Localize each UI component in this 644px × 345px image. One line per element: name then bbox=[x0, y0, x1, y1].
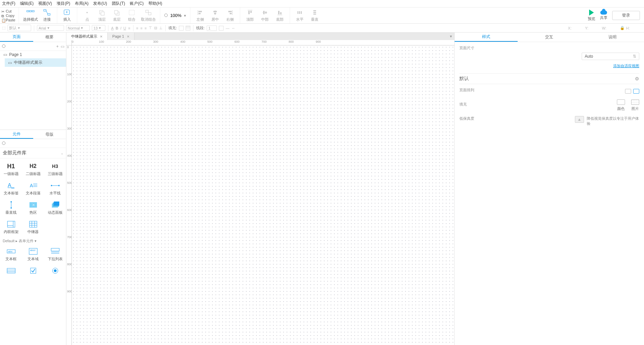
svg-rect-12 bbox=[129, 10, 134, 15]
svg-rect-3 bbox=[44, 9, 46, 11]
align-left-button[interactable]: 左侧 bbox=[194, 9, 206, 22]
paste-button[interactable]: 📋Paste bbox=[1, 18, 17, 22]
svg-rect-0 bbox=[27, 11, 29, 12]
font-weight-select[interactable]: Normal▾ bbox=[66, 25, 90, 31]
zoom-group: ▾ bbox=[160, 7, 190, 23]
align-top-button[interactable]: 顶部 bbox=[244, 9, 256, 22]
svg-rect-1 bbox=[29, 11, 32, 12]
svg-rect-37 bbox=[313, 12, 316, 13]
w-input[interactable] bbox=[608, 26, 619, 30]
main-toolbar: ✂Cut ⧉Copy 📋Paste 选择模式 连接 +插入 点 顶层 底层 组合… bbox=[0, 7, 644, 24]
fill-color-button[interactable] bbox=[179, 26, 184, 31]
svg-rect-20 bbox=[214, 13, 216, 14]
bring-front-button[interactable]: 顶层 bbox=[96, 9, 108, 22]
align-right-button[interactable]: 右侧 bbox=[224, 9, 236, 22]
scissors-icon: ✂ bbox=[1, 9, 5, 13]
style-preset-icon[interactable]: ⬚ bbox=[2, 26, 5, 30]
font-size-input[interactable]: 13▾ bbox=[92, 25, 105, 31]
svg-rect-26 bbox=[250, 11, 252, 13]
cut-button[interactable]: ✂Cut bbox=[1, 9, 17, 13]
line-style-button[interactable]: — bbox=[226, 26, 229, 30]
align-v-group: 顶部 中部 底部 bbox=[240, 7, 290, 23]
x-input[interactable] bbox=[573, 26, 584, 30]
ungroup-button[interactable]: 取消组合 bbox=[141, 9, 156, 22]
line-arrow-button[interactable]: ↔ bbox=[231, 26, 235, 30]
copy-icon: ⧉ bbox=[1, 14, 5, 17]
menu-edit[interactable]: 编辑(E) bbox=[20, 1, 34, 6]
text-align-right-button[interactable]: ≡ bbox=[145, 26, 147, 30]
svg-rect-33 bbox=[297, 11, 298, 14]
menu-team[interactable]: 团队(T) bbox=[112, 1, 125, 6]
menu-publish[interactable]: 发布(U) bbox=[93, 1, 107, 6]
valign-middle-button[interactable]: ⊟ bbox=[154, 26, 157, 30]
front-icon bbox=[98, 9, 106, 16]
y-input[interactable] bbox=[590, 26, 601, 30]
svg-rect-29 bbox=[265, 12, 267, 14]
menu-help[interactable]: 帮助(H) bbox=[148, 1, 162, 6]
insert-button[interactable]: +插入 bbox=[61, 9, 73, 22]
login-button[interactable]: 登录 bbox=[612, 11, 640, 20]
svg-rect-19 bbox=[213, 11, 217, 12]
svg-rect-14 bbox=[148, 13, 151, 15]
zoom-dropdown-icon[interactable]: ▾ bbox=[184, 13, 186, 18]
back-icon bbox=[113, 9, 121, 16]
select-group: 选择模式 连接 bbox=[19, 7, 57, 23]
bold-button[interactable]: B bbox=[116, 26, 118, 30]
italic-button[interactable]: I bbox=[120, 26, 121, 30]
svg-rect-17 bbox=[199, 13, 201, 14]
svg-rect-32 bbox=[280, 12, 282, 14]
line-width-input[interactable]: 1 bbox=[207, 25, 217, 31]
font-color-button[interactable]: A bbox=[111, 26, 113, 30]
line-label: 线段: bbox=[196, 25, 205, 31]
valign-bottom-button[interactable]: ⊥ bbox=[159, 26, 163, 30]
dist-v-button[interactable]: 垂直 bbox=[309, 9, 320, 22]
group-button[interactable]: 组合 bbox=[126, 9, 138, 22]
menu-file[interactable]: 文件(F) bbox=[2, 1, 15, 6]
point-button[interactable]: 点 bbox=[81, 9, 93, 22]
select-mode-button[interactable]: 选择模式 bbox=[23, 9, 38, 22]
share-button[interactable]: 共享 bbox=[600, 11, 607, 20]
h-input[interactable] bbox=[631, 26, 642, 30]
play-icon bbox=[589, 9, 594, 16]
distribute-group: 水平 垂直 bbox=[290, 7, 325, 23]
connect-icon bbox=[43, 9, 51, 16]
svg-rect-28 bbox=[263, 11, 265, 14]
menubar: 文件(F) 编辑(E) 视图(V) 项目(P) 布局(A) 发布(U) 团队(T… bbox=[0, 0, 644, 7]
align-center-button[interactable]: 居中 bbox=[209, 9, 221, 22]
text-align-left-button[interactable]: ≡ bbox=[136, 26, 138, 30]
underline-button[interactable]: U bbox=[123, 26, 126, 30]
align-left-icon bbox=[196, 9, 204, 16]
group-icon bbox=[128, 9, 136, 16]
menu-account[interactable]: 账户(C) bbox=[130, 1, 144, 6]
align-bottom-button[interactable]: 底部 bbox=[274, 9, 286, 22]
fill-image-button[interactable] bbox=[186, 26, 190, 31]
send-back-button[interactable]: 底层 bbox=[111, 9, 123, 22]
zoom-input[interactable] bbox=[168, 13, 183, 18]
style-preset-select[interactable]: 默认▾ bbox=[7, 25, 31, 31]
bullets-button[interactable]: ≡ bbox=[128, 26, 130, 30]
align-middle-button[interactable]: 中部 bbox=[259, 9, 271, 22]
lock-aspect-icon[interactable]: 🔒 bbox=[620, 26, 625, 30]
align-top-icon bbox=[246, 9, 254, 16]
font-select[interactable]: Arial▾ bbox=[37, 25, 64, 31]
svg-rect-25 bbox=[248, 11, 250, 14]
valign-top-button[interactable]: ⊤ bbox=[149, 26, 152, 30]
line-color-button[interactable] bbox=[219, 26, 224, 31]
svg-rect-4 bbox=[48, 14, 50, 15]
svg-rect-23 bbox=[230, 13, 232, 14]
dist-v-icon bbox=[311, 9, 319, 16]
menu-project[interactable]: 项目(P) bbox=[57, 1, 70, 6]
preview-button[interactable]: 预览 bbox=[588, 9, 595, 21]
svg-rect-13 bbox=[146, 10, 148, 13]
menu-view[interactable]: 视图(V) bbox=[38, 1, 52, 6]
dist-h-button[interactable]: 水平 bbox=[294, 9, 306, 22]
menu-arrange[interactable]: 布局(A) bbox=[75, 1, 88, 6]
connect-button[interactable]: 连接 bbox=[41, 9, 53, 22]
svg-rect-35 bbox=[301, 11, 302, 14]
copy-button[interactable]: ⧉Copy bbox=[1, 14, 17, 18]
svg-rect-31 bbox=[278, 11, 279, 14]
toolbar-right-actions: 预览 共享 登录 bbox=[588, 7, 644, 23]
text-align-center-button[interactable]: ≡ bbox=[140, 26, 142, 30]
point-icon bbox=[83, 9, 91, 16]
svg-rect-9 bbox=[101, 12, 104, 15]
